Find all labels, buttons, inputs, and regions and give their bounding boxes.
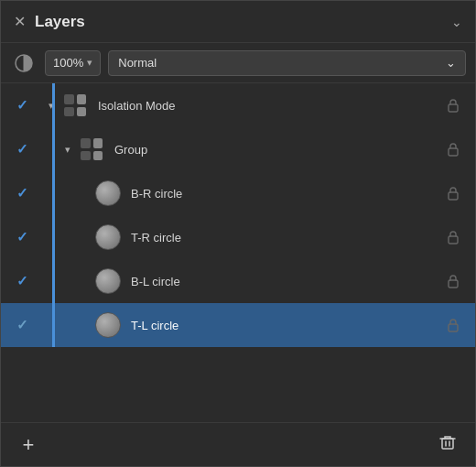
expand-arrow[interactable]: ▾: [60, 144, 76, 156]
panel-title: Layers: [35, 13, 85, 31]
svg-rect-8: [442, 439, 453, 449]
lock-icon: [447, 318, 460, 332]
check-icon: ✓: [16, 229, 28, 245]
group-icon: [79, 136, 104, 162]
trash-icon: [438, 433, 457, 456]
lock-icon: [447, 142, 460, 157]
lock-icon: [447, 186, 460, 201]
circle-thumb: [95, 224, 121, 250]
svg-rect-4: [449, 192, 458, 200]
opacity-chevron: ▾: [87, 57, 92, 69]
layer-name: Group: [114, 143, 442, 157]
layer-name: T-L circle: [131, 319, 442, 332]
layer-name: B-L circle: [131, 275, 442, 288]
svg-rect-2: [449, 104, 458, 112]
layer-thumbnail: [92, 310, 124, 341]
lock-icon-wrap[interactable]: [442, 230, 464, 244]
opacity-value: 100%: [53, 56, 83, 70]
layer-visibility-toggle[interactable]: ✓: [1, 97, 43, 114]
layer-visibility-toggle[interactable]: ✓: [1, 185, 43, 201]
layers-panel: ✕ Layers ⌄ 100% ▾ Normal ⌄ ✓▾Isolation M…: [0, 0, 476, 467]
layer-name: Isolation Mode: [98, 99, 442, 113]
layer-thumbnail: [92, 178, 124, 209]
lock-icon: [447, 230, 460, 244]
layer-row[interactable]: ✓B-L circle: [1, 259, 475, 303]
check-icon: ✓: [16, 97, 28, 114]
layers-list: ✓▾Isolation Mode ✓▾Group ✓B-R circle ✓T-…: [1, 83, 475, 422]
blend-mode-select[interactable]: Normal ⌄: [108, 50, 466, 76]
layer-row[interactable]: ✓B-R circle: [1, 171, 475, 215]
layer-visibility-toggle[interactable]: ✓: [1, 273, 43, 289]
toolbar: 100% ▾ Normal ⌄: [1, 43, 475, 83]
svg-rect-5: [449, 236, 458, 244]
layer-thumbnail: [60, 90, 91, 121]
check-icon: ✓: [16, 141, 28, 157]
layer-name: B-R circle: [131, 187, 442, 201]
circle-thumb: [95, 312, 121, 338]
opacity-icon: [10, 49, 38, 77]
add-layer-button[interactable]: +: [14, 430, 43, 460]
circle-thumb: [95, 180, 121, 206]
check-icon: ✓: [16, 273, 28, 289]
layer-thumbnail: [76, 134, 107, 165]
svg-rect-3: [449, 148, 458, 156]
layer-row[interactable]: ✓▾Isolation Mode: [1, 83, 475, 127]
lock-icon: [447, 274, 460, 288]
lock-icon-wrap[interactable]: [442, 318, 464, 332]
layer-name: T-R circle: [131, 231, 442, 244]
layer-row[interactable]: ✓T-R circle: [1, 215, 475, 259]
lock-icon-wrap[interactable]: [442, 142, 464, 157]
blend-mode-label: Normal: [118, 56, 157, 70]
expand-arrow[interactable]: ▾: [43, 100, 60, 112]
lock-icon: [447, 98, 460, 113]
add-icon: +: [23, 433, 35, 457]
layer-thumbnail: [92, 222, 124, 253]
svg-rect-7: [449, 324, 458, 331]
lock-icon-wrap[interactable]: [442, 274, 464, 288]
lock-icon-wrap[interactable]: [442, 186, 464, 201]
circle-thumb: [95, 268, 121, 294]
blend-chevron: ⌄: [446, 56, 456, 70]
layer-row[interactable]: ✓T-L circle: [1, 303, 475, 347]
layer-visibility-toggle[interactable]: ✓: [1, 141, 43, 157]
layer-visibility-toggle[interactable]: ✓: [1, 317, 43, 333]
delete-layer-button[interactable]: [433, 430, 462, 460]
check-icon: ✓: [16, 317, 28, 333]
panel-header: ✕ Layers ⌄: [1, 1, 475, 43]
close-icon: ✕: [14, 15, 26, 29]
collapse-icon[interactable]: ⌄: [451, 15, 462, 29]
layer-visibility-toggle[interactable]: ✓: [1, 229, 43, 245]
bottom-bar: +: [1, 422, 475, 466]
svg-rect-6: [449, 280, 458, 288]
layer-thumbnail: [92, 266, 124, 297]
close-button[interactable]: ✕: [14, 15, 26, 29]
layer-row[interactable]: ✓▾Group: [1, 127, 475, 171]
opacity-control[interactable]: 100% ▾: [45, 50, 101, 76]
check-icon: ✓: [16, 185, 28, 201]
group-icon: [62, 92, 88, 118]
header-left: ✕ Layers: [14, 13, 85, 31]
lock-icon-wrap[interactable]: [442, 98, 464, 113]
